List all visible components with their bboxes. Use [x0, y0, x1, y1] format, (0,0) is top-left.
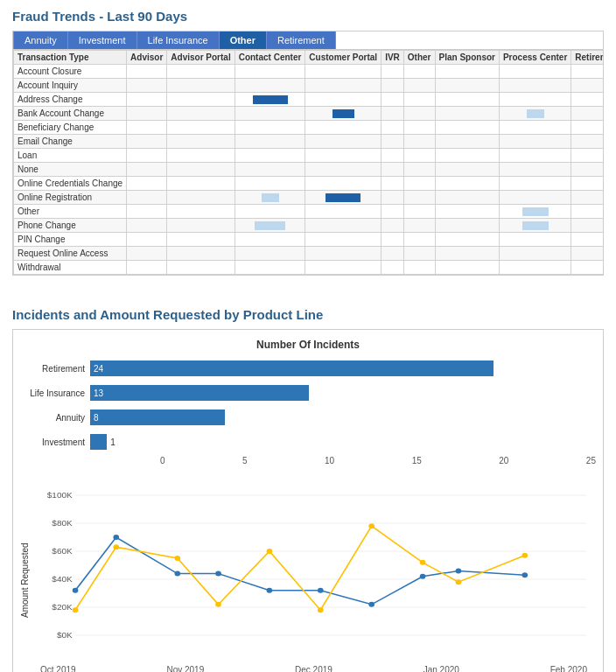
table-row: Address Change: [14, 93, 605, 107]
transaction-type-cell: Address Change: [14, 93, 127, 107]
svg-text:$80K: $80K: [52, 518, 73, 527]
data-cell: [127, 247, 167, 261]
svg-text:$0K: $0K: [57, 630, 73, 639]
data-cell: [382, 135, 404, 149]
data-cell: [571, 149, 604, 163]
fraud-tab-retirement[interactable]: Retirement: [267, 32, 336, 49]
table-row: Account Closure: [14, 65, 605, 79]
data-cell: [571, 205, 604, 219]
x-tick-label: Oct 2019: [40, 665, 76, 672]
h-bar-row: Investment1: [90, 431, 596, 452]
x-axis-tick: 20: [499, 456, 508, 466]
data-cell: [571, 191, 604, 205]
bar-indicator: [522, 221, 549, 230]
data-cell: [435, 191, 499, 205]
data-cell: [403, 261, 435, 275]
data-cell: [127, 177, 167, 191]
x-axis: 0510152025: [90, 456, 596, 466]
data-cell: [382, 261, 404, 275]
data-cell: [571, 219, 604, 233]
x-tick-label: Jan 2020: [424, 665, 459, 672]
svg-point-21: [522, 572, 528, 578]
data-cell: [234, 233, 305, 247]
fraud-tab-investment[interactable]: Investment: [68, 32, 137, 49]
data-cell: [234, 191, 305, 205]
bar-chart-rows: Retirement24Life Insurance13Annuity8Inve…: [90, 358, 596, 452]
svg-point-12: [73, 588, 79, 593]
data-cell: [382, 107, 404, 121]
data-cell: [234, 219, 305, 233]
svg-point-27: [318, 607, 324, 612]
data-cell: [499, 205, 570, 219]
bar-value-label: 8: [90, 413, 99, 423]
data-cell: [435, 93, 499, 107]
fraud-tabs: AnnuityInvestmentLife InsuranceOtherReti…: [13, 32, 603, 50]
data-cell: [127, 163, 167, 177]
data-cell: [382, 79, 404, 93]
data-cell: [382, 121, 404, 135]
data-cell: [382, 149, 404, 163]
fraud-tab-other[interactable]: Other: [220, 32, 267, 49]
col-header: Advisor Portal: [167, 51, 234, 65]
data-cell: [234, 247, 305, 261]
table-row: Withdrawal: [14, 261, 605, 275]
fraud-tab-annuity[interactable]: Annuity: [13, 32, 68, 49]
svg-point-16: [267, 588, 273, 593]
data-cell: [403, 191, 435, 205]
svg-point-29: [420, 560, 426, 565]
bar-value-outside: 1: [107, 438, 116, 447]
data-cell: [127, 107, 167, 121]
data-cell: [234, 93, 305, 107]
data-cell: [305, 191, 382, 205]
svg-point-17: [318, 588, 324, 593]
data-cell: [435, 107, 499, 121]
h-bar: 24: [90, 360, 494, 376]
data-cell: [234, 149, 305, 163]
data-cell: [499, 121, 570, 135]
fraud-tab-life-insurance[interactable]: Life Insurance: [137, 32, 220, 49]
data-cell: [571, 93, 604, 107]
table-row: Online Registration: [14, 191, 605, 205]
table-row: Bank Account Change: [14, 107, 605, 121]
data-cell: [499, 135, 570, 149]
data-cell: [403, 247, 435, 261]
x-axis-tick: 0: [160, 456, 165, 466]
transaction-type-cell: Request Online Access: [14, 247, 127, 261]
data-cell: [167, 135, 234, 149]
svg-point-30: [456, 579, 462, 584]
data-cell: [403, 93, 435, 107]
data-cell: [305, 121, 382, 135]
data-cell: [499, 163, 570, 177]
data-cell: [382, 163, 404, 177]
svg-text:$40K: $40K: [52, 574, 73, 583]
fraud-trends-title: Fraud Trends - Last 90 Days: [12, 9, 604, 24]
data-cell: [127, 121, 167, 135]
x-tick-labels: Oct 2019Nov 2019Dec 2019Jan 2020Feb 2020: [32, 665, 596, 672]
data-cell: [167, 191, 234, 205]
data-cell: [382, 205, 404, 219]
table-row: None: [14, 163, 605, 177]
transaction-type-cell: Online Registration: [14, 191, 127, 205]
data-cell: [499, 219, 570, 233]
table-row: PIN Change: [14, 233, 605, 247]
data-cell: [305, 247, 382, 261]
data-cell: [167, 65, 234, 79]
bar-indicator: [262, 193, 279, 202]
col-header: Plan Sponsor: [435, 51, 499, 65]
data-cell: [167, 261, 234, 275]
h-bar-row: Life Insurance13: [90, 382, 596, 403]
x-axis-tick: 25: [586, 456, 596, 466]
data-cell: [234, 121, 305, 135]
data-cell: [435, 247, 499, 261]
data-cell: [305, 261, 382, 275]
data-cell: [403, 79, 435, 93]
data-cell: [571, 121, 604, 135]
bar-chart-title: Number Of Incidents: [20, 339, 596, 351]
fraud-table: Transaction TypeAdvisorAdvisor PortalCon…: [13, 50, 604, 275]
data-cell: [167, 233, 234, 247]
data-cell: [167, 177, 234, 191]
data-cell: [571, 233, 604, 247]
bar-value-label: 13: [90, 388, 103, 398]
data-cell: [403, 121, 435, 135]
data-cell: [305, 219, 382, 233]
